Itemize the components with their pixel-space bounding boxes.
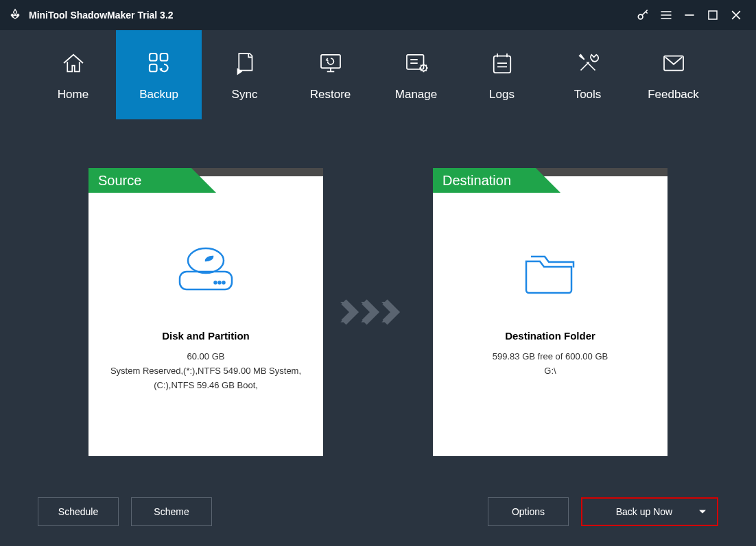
svg-rect-10 (180, 272, 232, 289)
destination-header: Destination (433, 168, 536, 193)
svg-rect-8 (493, 56, 510, 73)
nav-label: Tools (574, 88, 602, 102)
nav-label: Home (58, 88, 88, 102)
nav-restore[interactable]: Restore (287, 30, 373, 119)
logs-icon (487, 48, 517, 78)
destination-title: Destination Folder (447, 330, 654, 342)
manage-icon (401, 48, 432, 78)
tools-icon (573, 48, 603, 78)
source-header: Source (88, 168, 191, 193)
destination-free: 599.83 GB free of 600.00 GB (447, 351, 654, 361)
nav-feedback[interactable]: Feedback (630, 30, 716, 119)
close-icon[interactable] (724, 0, 748, 30)
source-size: 60.00 GB (102, 351, 309, 361)
scheme-button[interactable]: Scheme (131, 497, 212, 526)
destination-card[interactable]: Destination Destination Folder 599.83 GB… (433, 168, 668, 456)
source-detail: System Reserved,(*:),NTFS 549.00 MB Syst… (102, 366, 309, 376)
backup-icon (144, 48, 174, 78)
nav-label: Sync (232, 88, 258, 102)
source-title: Disk and Partition (102, 330, 309, 342)
nav-tools[interactable]: Tools (545, 30, 630, 119)
nav-label: Restore (310, 88, 351, 102)
svg-rect-1 (709, 11, 717, 19)
chevron-right-icon (337, 168, 419, 456)
options-button[interactable]: Options (488, 497, 569, 526)
titlebar: MiniTool ShadowMaker Trial 3.2 (0, 0, 756, 30)
nav-label: Backup (139, 88, 178, 102)
main-nav: Home Backup Sync Restore Manage (0, 30, 756, 119)
svg-point-14 (215, 282, 217, 284)
disk-icon (102, 234, 309, 309)
key-icon[interactable] (631, 0, 654, 30)
minimize-icon[interactable] (678, 0, 701, 30)
svg-point-13 (219, 282, 221, 284)
source-detail: (C:),NTFS 59.46 GB Boot, (102, 380, 309, 390)
nav-logs[interactable]: Logs (459, 30, 545, 119)
feedback-icon (659, 48, 689, 78)
content-area: Source Disk and Partition 60.00 GB Syste… (0, 119, 756, 546)
nav-home[interactable]: Home (30, 30, 116, 119)
backup-now-button[interactable]: Back up Now (581, 497, 718, 526)
svg-rect-5 (321, 55, 340, 68)
app-logo-icon (8, 8, 22, 22)
menu-icon[interactable] (654, 0, 678, 30)
app-title: MiniTool ShadowMaker Trial 3.2 (29, 10, 174, 21)
nav-backup[interactable]: Backup (116, 30, 202, 119)
nav-label: Feedback (648, 88, 699, 102)
nav-label: Manage (395, 88, 437, 102)
restore-icon (316, 48, 346, 78)
footer-bar: Schedule Scheme Options Back up Now (34, 484, 722, 539)
maximize-icon[interactable] (701, 0, 724, 30)
home-icon (58, 48, 88, 78)
svg-point-0 (638, 14, 643, 19)
destination-path: G:\ (447, 366, 654, 376)
svg-point-12 (223, 282, 225, 284)
folder-icon (447, 234, 654, 309)
svg-rect-4 (150, 64, 157, 72)
source-card[interactable]: Source Disk and Partition 60.00 GB Syste… (88, 168, 323, 456)
nav-sync[interactable]: Sync (202, 30, 287, 119)
svg-rect-3 (160, 54, 167, 61)
nav-manage[interactable]: Manage (373, 30, 459, 119)
nav-label: Logs (489, 88, 515, 102)
sync-icon (230, 48, 260, 78)
svg-rect-2 (150, 54, 157, 61)
schedule-button[interactable]: Schedule (38, 497, 119, 526)
